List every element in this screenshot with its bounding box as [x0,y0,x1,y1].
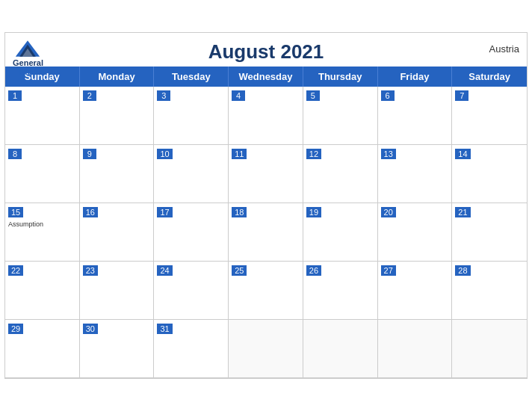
day-number: 1 [8,90,22,101]
day-cell: 30 [80,320,155,378]
day-number: 25 [232,265,247,276]
calendar: General Blue August 2021 Austria Sunday … [4,32,528,379]
day-number: 23 [83,265,98,276]
day-thursday: Thursday [303,67,378,87]
day-cell: 23 [80,262,155,320]
day-cell: 2 [80,87,155,145]
day-cell: 10 [154,145,229,203]
holiday-label: Assumption [8,220,76,228]
day-cell: 24 [154,262,229,320]
day-number: 21 [455,207,470,217]
day-cell [452,320,527,378]
day-cell [229,320,303,378]
day-cell [303,320,378,378]
day-number: 15 [8,207,23,217]
day-cell: 1 [5,87,80,145]
day-number: 29 [8,324,23,334]
day-cell: 9 [80,145,155,203]
day-number: 11 [232,149,247,159]
day-number: 19 [306,207,321,217]
day-number: 16 [83,207,98,217]
logo-general: General [13,58,43,67]
day-cell: 5 [303,87,378,145]
day-number: 27 [381,265,396,276]
day-cell: 16 [80,203,155,262]
calendar-header: General Blue August 2021 Austria [5,33,527,67]
day-number: 28 [455,265,470,276]
day-cell: 28 [452,262,527,320]
day-tuesday: Tuesday [154,67,229,87]
day-number: 6 [381,90,395,101]
day-monday: Monday [80,67,155,87]
day-cell: 4 [229,87,303,145]
day-cell: 31 [154,320,229,378]
day-number: 24 [157,265,172,276]
day-cell: 11 [229,145,303,203]
day-cell: 13 [378,145,453,203]
day-number: 12 [306,149,321,159]
day-cell: 6 [378,87,453,145]
day-number: 7 [455,90,468,101]
day-number: 31 [157,324,172,334]
day-number: 4 [232,90,245,101]
calendar-title: August 2021 [208,40,324,64]
day-number: 13 [381,149,396,159]
logo: General Blue [13,39,43,76]
day-number: 26 [306,265,321,276]
day-number: 10 [157,149,172,159]
day-cell: 22 [5,262,80,320]
day-number: 18 [232,207,247,217]
day-number: 20 [381,207,396,217]
day-cell: 29 [5,320,80,378]
day-cell: 17 [154,203,229,262]
day-cell: 18 [229,203,303,262]
day-cell: 21 [452,203,527,262]
day-number: 5 [306,90,320,101]
day-number: 22 [8,265,23,276]
day-cell: 14 [452,145,527,203]
day-cell: 26 [303,262,378,320]
day-number: 9 [83,149,96,159]
day-cell: 15Assumption [5,203,80,262]
day-number: 14 [455,149,470,159]
logo-blue: Blue [19,67,37,76]
day-number: 8 [8,149,22,159]
day-cell: 8 [5,145,80,203]
day-cell: 19 [303,203,378,262]
day-number: 2 [83,90,96,101]
day-cell: 20 [378,203,453,262]
day-saturday: Saturday [452,67,527,87]
day-cell: 12 [303,145,378,203]
day-number: 30 [83,324,98,334]
country-label: Austria [489,43,519,55]
day-cell: 27 [378,262,453,320]
day-friday: Friday [378,67,453,87]
day-number: 3 [157,90,170,101]
day-cell [378,320,453,378]
day-wednesday: Wednesday [229,67,303,87]
days-header: Sunday Monday Tuesday Wednesday Thursday… [5,67,527,87]
day-cell: 3 [154,87,229,145]
day-cell: 25 [229,262,303,320]
logo-icon [14,39,41,58]
day-number: 17 [157,207,172,217]
day-cell: 7 [452,87,527,145]
calendar-grid: 123456789101112131415Assumption161718192… [5,87,527,378]
